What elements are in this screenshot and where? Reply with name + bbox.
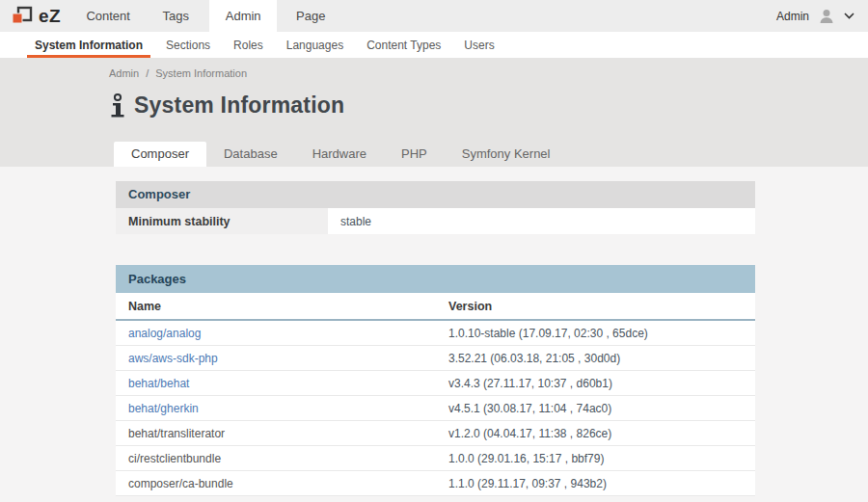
- package-version: v1.2.0 (04.04.17, 11:38 , 826ce): [448, 421, 755, 445]
- breadcrumb-system-information[interactable]: System Information: [155, 67, 247, 79]
- package-name: composer/ca-bundle: [116, 471, 448, 495]
- subnav-item-system-information[interactable]: System Information: [23, 32, 154, 58]
- column-header-version: Version: [448, 293, 755, 319]
- package-link[interactable]: behat/gherkin: [116, 396, 448, 420]
- topnav-item-admin[interactable]: Admin: [209, 0, 277, 32]
- packages-section-header: Packages: [116, 265, 755, 293]
- main-content: Composer Minimum stability stable Packag…: [0, 167, 868, 496]
- package-version: v4.5.1 (30.08.17, 11:04 , 74ac0): [448, 396, 755, 420]
- packages-table: Packages Name Version analog/analog 1.0.…: [116, 265, 755, 496]
- table-row: aws/aws-sdk-php 3.52.21 (06.03.18, 21:05…: [116, 346, 755, 371]
- package-version: 1.0.0 (29.01.16, 15:17 , bbf79): [448, 446, 755, 470]
- minimum-stability-value: stable: [328, 208, 755, 234]
- topnav-item-content[interactable]: Content: [74, 0, 142, 32]
- page-title-row: System Information: [109, 92, 868, 119]
- table-row: behat/transliterator v1.2.0 (04.04.17, 1…: [116, 421, 755, 446]
- minimum-stability-label: Minimum stability: [116, 208, 328, 234]
- ez-logo[interactable]: eZ: [0, 0, 74, 32]
- subnav-item-sections[interactable]: Sections: [154, 32, 222, 58]
- package-version: 3.52.21 (06.03.18, 21:05 , 30d0d): [448, 346, 755, 370]
- tab-database[interactable]: Database: [206, 142, 295, 167]
- table-row: behat/gherkin v4.5.1 (30.08.17, 11:04 , …: [116, 396, 755, 421]
- info-icon: [109, 92, 124, 119]
- table-row: composer/ca-bundle 1.1.0 (29.11.17, 09:3…: [116, 471, 755, 496]
- column-header-name: Name: [116, 293, 448, 319]
- subnav-item-content-types[interactable]: Content Types: [355, 32, 452, 58]
- packages-column-headers: Name Version: [116, 293, 755, 321]
- package-name: behat/transliterator: [116, 421, 448, 445]
- tab-composer[interactable]: Composer: [114, 142, 206, 167]
- topnav-item-page[interactable]: Page: [277, 0, 344, 32]
- table-row: Minimum stability stable: [116, 208, 755, 234]
- top-bar: eZ Content Tags Admin Page Admin: [0, 0, 868, 32]
- package-link[interactable]: aws/aws-sdk-php: [116, 346, 448, 370]
- tab-hardware[interactable]: Hardware: [295, 142, 384, 167]
- table-row: analog/analog 1.0.10-stable (17.09.17, 0…: [116, 321, 755, 346]
- subnav-item-users[interactable]: Users: [452, 32, 505, 58]
- topnav-item-tags[interactable]: Tags: [142, 0, 209, 32]
- package-link[interactable]: behat/behat: [116, 371, 448, 395]
- package-version: v3.4.3 (27.11.17, 10:37 , d60b1): [448, 371, 755, 395]
- table-row: behat/behat v3.4.3 (27.11.17, 10:37 , d6…: [116, 371, 755, 396]
- avatar-icon: [817, 7, 836, 26]
- user-menu[interactable]: Admin: [776, 0, 868, 32]
- package-version: 1.1.0 (29.11.17, 09:37 , 943b2): [448, 471, 755, 495]
- user-name-label: Admin: [776, 10, 809, 23]
- table-row: ci/restclientbundle 1.0.0 (29.01.16, 15:…: [116, 446, 755, 471]
- system-info-tabs: Composer Database Hardware PHP Symfony K…: [114, 142, 567, 167]
- tab-symfony-kernel[interactable]: Symfony Kernel: [445, 142, 568, 167]
- breadcrumb-admin[interactable]: Admin: [109, 67, 139, 79]
- package-link[interactable]: analog/analog: [116, 321, 448, 345]
- package-version: 1.0.10-stable (17.09.17, 02:30 , 65dce): [448, 321, 755, 345]
- breadcrumb-separator: /: [146, 67, 149, 79]
- admin-sub-nav: System Information Sections Roles Langua…: [0, 32, 868, 58]
- subnav-item-languages[interactable]: Languages: [275, 32, 355, 58]
- composer-table: Composer Minimum stability stable: [116, 181, 755, 234]
- ez-logo-text: eZ: [39, 6, 61, 27]
- composer-section-header: Composer: [116, 181, 755, 208]
- page-header-band: Admin / System Information System Inform…: [0, 58, 868, 167]
- ez-logo-icon: [10, 6, 35, 27]
- chevron-down-icon: [844, 13, 854, 19]
- tab-php[interactable]: PHP: [384, 142, 445, 167]
- breadcrumb: Admin / System Information: [0, 58, 868, 79]
- page-title: System Information: [134, 92, 344, 119]
- top-nav: Content Tags Admin Page: [74, 0, 344, 32]
- package-name: ci/restclientbundle: [116, 446, 448, 470]
- subnav-item-roles[interactable]: Roles: [222, 32, 275, 58]
